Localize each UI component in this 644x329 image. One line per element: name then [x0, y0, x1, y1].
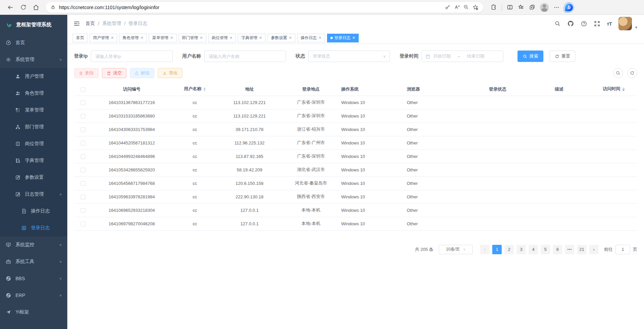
fullscreen-icon[interactable] [594, 21, 600, 27]
col-time[interactable]: 访问时间 [590, 83, 637, 96]
sidebar-item-dict-mgmt[interactable]: 字典管理 [0, 152, 67, 169]
extensions-icon[interactable] [491, 4, 497, 10]
row-checkbox[interactable] [81, 100, 85, 105]
prev-page-button[interactable]: ‹ [480, 245, 490, 254]
sidebar-item-user-mgmt[interactable]: 用户管理 [0, 68, 67, 85]
user-name-input[interactable] [204, 51, 286, 62]
tab-home[interactable]: 首页 [73, 34, 87, 42]
url-text[interactable]: https://ccnetcore.com:1101/system/log/lo… [59, 5, 441, 10]
row-checkbox[interactable] [81, 141, 85, 145]
sort-icons[interactable] [203, 86, 206, 92]
table-row[interactable]: 1641069652933218304cc127.0.0.1本地-本机 Wind… [74, 203, 637, 217]
row-checkbox[interactable] [81, 181, 85, 186]
close-icon[interactable]: ✕ [200, 36, 203, 40]
export-button[interactable]: 导出 [158, 68, 182, 78]
goto-page-input[interactable] [615, 245, 630, 254]
table-row[interactable]: 1641031533185863680cc113.102.129.221广东省-… [74, 109, 637, 123]
font-size-icon[interactable]: тT [607, 21, 612, 27]
table-row[interactable]: 1641043063331753984cc39.171.210.78浙江省-绍兴… [74, 123, 637, 136]
sidebar-item-role-mgmt[interactable]: 角色管理 [0, 85, 67, 102]
sidebar-item-param-settings[interactable]: 参数设置 [0, 169, 67, 186]
table-row[interactable]: 1641053426655825920cc58.19.42.209湖北省-武汉市… [74, 163, 637, 176]
tab-user-mgmt[interactable]: 用户管理✕ [90, 34, 117, 42]
tab-operation-log[interactable]: 操作日志✕ [297, 34, 325, 42]
sidebar-item-bbs[interactable]: BBS ∨ [0, 270, 67, 287]
more-pages-button[interactable]: ••• [565, 245, 574, 254]
page-button-3[interactable]: 3 [516, 245, 526, 254]
row-checkbox[interactable] [81, 154, 85, 159]
row-checkbox[interactable] [81, 114, 85, 119]
row-checkbox[interactable] [81, 208, 85, 213]
search-button[interactable]: 搜索 [517, 51, 543, 62]
select-all-checkbox[interactable] [81, 87, 85, 92]
next-page-button[interactable]: › [589, 245, 599, 254]
delete-button[interactable]: 删除 [74, 68, 99, 78]
date-range-picker[interactable]: 开始日期 - 结束日期 [422, 51, 503, 62]
close-icon[interactable]: ✕ [352, 36, 355, 40]
tab-menu-mgmt[interactable]: 菜单管理✕ [149, 34, 176, 42]
user-avatar[interactable] [618, 17, 632, 30]
github-icon[interactable] [567, 20, 574, 27]
page-button-6[interactable]: 6 [553, 245, 562, 254]
avatar-caret-icon[interactable]: ▼ [635, 26, 638, 29]
close-icon[interactable]: ✕ [140, 36, 143, 40]
sidebar-item-system-tools[interactable]: 系统工具 ∨ [0, 253, 67, 270]
browser-back-button[interactable] [5, 2, 16, 13]
page-button-4[interactable]: 4 [529, 245, 538, 254]
sidebar-item-home[interactable]: 首页 [0, 34, 67, 51]
sidebar-item-log-mgmt[interactable]: 日志管理 ∧ [0, 186, 67, 203]
table-search-toggle-button[interactable] [613, 68, 623, 78]
breadcrumb-home[interactable]: 首页 [85, 21, 95, 27]
row-checkbox[interactable] [81, 168, 85, 172]
help-icon[interactable] [581, 21, 587, 27]
page-button-2[interactable]: 2 [504, 245, 514, 254]
tab-post-mgmt[interactable]: 岗位管理✕ [208, 34, 236, 42]
menu-fold-icon[interactable] [73, 20, 80, 27]
browser-profile-avatar[interactable] [540, 3, 549, 12]
add-favorite-star-icon[interactable] [472, 4, 478, 10]
tab-login-log[interactable]: 登录日志✕ [327, 34, 359, 42]
breadcrumb-system[interactable]: 系统管理 [102, 21, 121, 27]
read-aloud-icon[interactable] [454, 4, 460, 10]
sidebar-item-post-mgmt[interactable]: 岗位管理 [0, 135, 67, 152]
table-row[interactable]: 1641069798270046208cc127.0.0.1本地-本机 Wind… [74, 217, 637, 230]
clear-button[interactable]: 清空 [102, 68, 127, 78]
row-checkbox[interactable] [81, 222, 85, 226]
collections-icon[interactable] [529, 4, 535, 10]
row-checkbox[interactable] [81, 195, 85, 199]
browser-refresh-button[interactable] [17, 2, 29, 13]
sidebar-item-operation-log[interactable]: 操作日志 [0, 203, 67, 220]
page-button-5[interactable]: 5 [541, 245, 550, 254]
bing-chat-icon[interactable]: b [564, 3, 574, 12]
close-icon[interactable]: ✕ [229, 36, 232, 40]
table-row[interactable]: 1641044520567181312cc112.96.225.132广东省-广… [74, 136, 637, 150]
unlock-button[interactable]: 解锁 [130, 68, 154, 78]
browser-menu-icon[interactable] [553, 4, 560, 10]
table-row[interactable]: 1641054566717984768cc120.6.150.158河北省-秦皇… [74, 176, 637, 190]
browser-home-button[interactable] [30, 2, 42, 13]
sidebar-item-dept-mgmt[interactable]: 部门管理 [0, 119, 67, 135]
close-icon[interactable]: ✕ [259, 36, 262, 40]
table-row[interactable]: 1641059633978281984cc222.90.130.18陕西省-西安… [74, 190, 637, 203]
status-select[interactable]: 登录状态∨ [308, 51, 390, 62]
col-user-name[interactable]: 用户名称 [171, 83, 218, 96]
row-checkbox[interactable] [81, 127, 85, 132]
sidebar-item-system-mgmt[interactable]: 系统管理 ∧ [0, 51, 67, 68]
close-icon[interactable]: ✕ [289, 36, 292, 40]
tab-dept-mgmt[interactable]: 部门管理✕ [179, 34, 206, 42]
favorites-bar-icon[interactable] [518, 4, 524, 10]
start-date-placeholder[interactable]: 开始日期 [433, 53, 451, 59]
site-lock-icon[interactable] [50, 5, 56, 10]
sidebar-item-login-log[interactable]: 登录日志 [0, 220, 67, 236]
table-row[interactable]: 1641044993248464896cc113.87.92.165广东省-深圳… [74, 150, 637, 163]
login-ip-input[interactable] [91, 51, 173, 62]
address-bar[interactable]: https://ccnetcore.com:1101/system/log/lo… [46, 2, 483, 13]
password-key-icon[interactable] [445, 4, 451, 10]
close-icon[interactable]: ✕ [111, 36, 114, 40]
table-refresh-button[interactable] [627, 68, 637, 78]
reset-button[interactable]: 重置 [549, 51, 575, 62]
close-icon[interactable]: ✕ [170, 36, 173, 40]
page-size-select[interactable]: 10条/页∨ [439, 245, 473, 254]
sidebar-item-system-monitor[interactable]: 系统监控 ∨ [0, 236, 67, 253]
table-row[interactable]: 1641031367863177216cc113.102.129.221广东省-… [74, 96, 637, 109]
